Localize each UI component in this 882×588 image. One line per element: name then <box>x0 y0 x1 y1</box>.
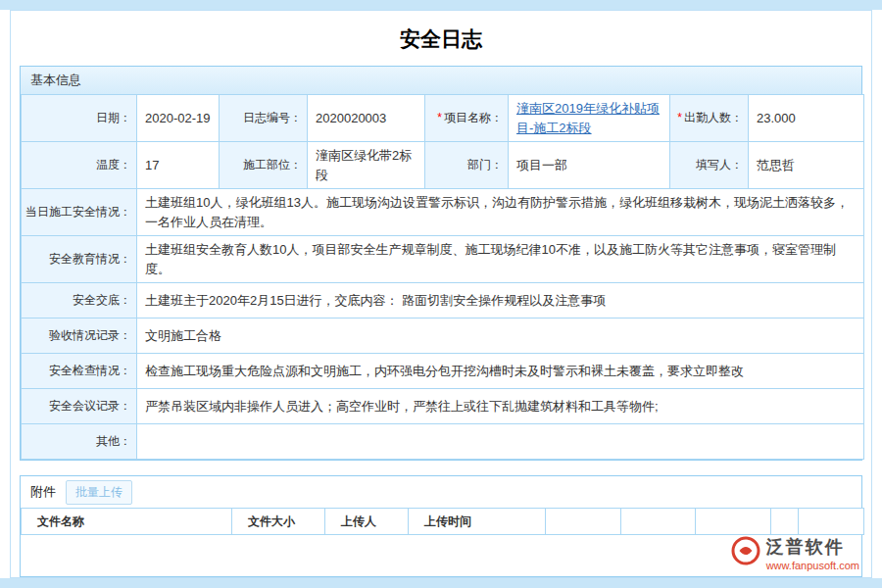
top-border-strip <box>0 0 882 10</box>
construction-part-value: 潼南区绿化带2标段 <box>308 142 425 189</box>
other-label: 其他： <box>22 424 137 460</box>
temperature-label: 温度： <box>22 142 137 189</box>
attachments-toolbar: 附件 批量上传 <box>21 476 861 508</box>
safety-inspection-row: 安全检查情况： 检查施工现场重大危险点源和文明施工，内环强电分包开挖沟槽时未及时… <box>22 354 864 389</box>
attendance-value: 23.000 <box>749 95 864 142</box>
acceptance-record-value: 文明施工合格 <box>137 318 864 354</box>
column-empty-5 <box>799 509 864 535</box>
safety-disclosure-row: 安全交底： 土建班主于2020年2月15日进行，交底内容： 路面切割安全操作规程… <box>22 283 864 318</box>
attendance-label-text: 出勤人数： <box>684 111 743 124</box>
safety-inspection-value: 检查施工现场重大危险点源和文明施工，内环强电分包开挖沟槽时未及时警示和裸土未覆盖… <box>137 354 864 389</box>
fanpu-logo-icon <box>730 535 761 566</box>
safety-education-row: 安全教育情况： 土建班组安全教育人数10人，项目部安全生产规章制度、施工现场纪律… <box>22 236 864 283</box>
required-marker: * <box>677 111 682 124</box>
column-file-size: 文件大小 <box>232 509 325 535</box>
page-container: 安全日志 基本信息 日期： 2020-02-19 日志编号： 202002000… <box>10 10 872 578</box>
acceptance-record-row: 验收情况记录： 文明施工合格 <box>22 318 864 354</box>
bottom-border-strip <box>0 578 882 588</box>
safety-meeting-row: 安全会议记录： 严禁吊装区域内非操作人员进入；高空作业时，严禁往上或往下乱抛建筑… <box>22 389 864 424</box>
basic-info-panel: 基本信息 日期： 2020-02-19 日志编号： 2020020003 *项目… <box>20 66 862 461</box>
date-label: 日期： <box>22 95 137 142</box>
log-number-label: 日志编号： <box>220 95 308 142</box>
writer-label: 填写人： <box>670 142 749 189</box>
safety-situation-row: 当日施工安全情况： 土建班组10人，绿化班组13人。施工现场沟边设置警示标识，沟… <box>22 189 864 236</box>
safety-education-value: 土建班组安全教育人数10人，项目部安全生产规章制度、施工现场纪律10不准，以及施… <box>137 236 864 283</box>
attachments-table: 文件名称 文件大小 上传人 上传时间 <box>21 508 864 535</box>
basic-row-2: 温度： 17 施工部位： 潼南区绿化带2标段 部门： 项目一部 填写人： 范思哲 <box>22 142 864 189</box>
project-name-link[interactable]: 潼南区2019年绿化补贴项目-施工2标段 <box>516 101 660 135</box>
date-value: 2020-02-19 <box>137 95 220 142</box>
basic-info-section-title: 基本信息 <box>21 67 861 94</box>
safety-disclosure-label: 安全交底： <box>22 283 137 318</box>
project-name-cell: 潼南区2019年绿化补贴项目-施工2标段 <box>509 95 670 142</box>
department-value: 项目一部 <box>509 142 670 189</box>
other-row: 其他： <box>22 424 864 460</box>
fanpu-watermark-text: 泛普软件 www.fanpusoft.com <box>766 535 859 571</box>
required-marker: * <box>437 111 442 124</box>
attachments-header-row: 文件名称 文件大小 上传人 上传时间 <box>22 509 864 535</box>
other-value <box>137 424 864 460</box>
log-number-value: 2020020003 <box>308 95 425 142</box>
batch-upload-button[interactable]: 批量上传 <box>66 480 132 505</box>
column-empty-4 <box>771 509 799 535</box>
construction-part-label: 施工部位： <box>220 142 308 189</box>
basic-row-1: 日期： 2020-02-19 日志编号： 2020020003 *项目名称： 潼… <box>22 95 864 142</box>
column-uploader: 上传人 <box>325 509 409 535</box>
safety-situation-label: 当日施工安全情况： <box>22 189 137 236</box>
page-title: 安全日志 <box>11 11 871 66</box>
column-empty-3 <box>696 509 771 535</box>
column-empty-1 <box>546 509 621 535</box>
attendance-label: *出勤人数： <box>670 95 749 142</box>
safety-inspection-label: 安全检查情况： <box>22 354 137 389</box>
safety-meeting-label: 安全会议记录： <box>22 389 137 424</box>
department-label: 部门： <box>425 142 509 189</box>
attachments-title: 附件 <box>30 483 56 501</box>
project-name-label: *项目名称： <box>425 95 509 142</box>
safety-meeting-value: 严禁吊装区域内非操作人员进入；高空作业时，严禁往上或往下乱抛建筑材料和工具等物件… <box>137 389 864 424</box>
temperature-value: 17 <box>137 142 220 189</box>
basic-info-table: 日期： 2020-02-19 日志编号： 2020020003 *项目名称： 潼… <box>21 94 864 460</box>
fanpu-brand-text: 泛普软件 <box>766 535 859 559</box>
fanpu-watermark: 泛普软件 www.fanpusoft.com <box>730 535 859 571</box>
project-name-label-text: 项目名称： <box>444 111 503 124</box>
acceptance-record-label: 验收情况记录： <box>22 318 137 354</box>
fanpu-url-text: www.fanpusoft.com <box>766 560 859 571</box>
column-empty-2 <box>621 509 696 535</box>
column-file-name: 文件名称 <box>22 509 232 535</box>
safety-situation-value: 土建班组10人，绿化班组13人。施工现场沟边设置警示标识，沟边有防护警示措施，绿… <box>137 189 864 236</box>
safety-education-label: 安全教育情况： <box>22 236 137 283</box>
column-upload-time: 上传时间 <box>409 509 546 535</box>
writer-value: 范思哲 <box>749 142 864 189</box>
safety-disclosure-value: 土建班主于2020年2月15日进行，交底内容： 路面切割安全操作规程以及注意事项 <box>137 283 864 318</box>
